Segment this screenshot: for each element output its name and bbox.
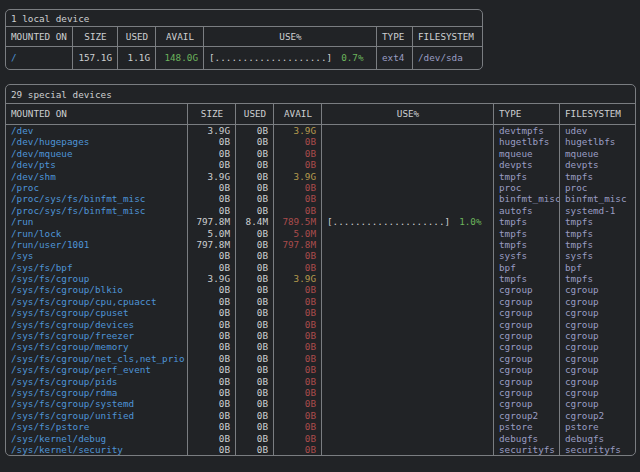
- mount-cell: /sys/fs/cgroup/memory: [6, 341, 188, 352]
- usage-cell: [322, 228, 494, 239]
- used-cell: 0B: [236, 421, 274, 432]
- mount-cell: /sys/fs/cgroup/devices: [6, 319, 188, 330]
- filesystem-cell: proc: [560, 182, 635, 193]
- size-cell: 3.9G: [188, 273, 236, 284]
- size-cell: 0B: [188, 376, 236, 387]
- mount-cell: /sys/kernel/security: [6, 444, 188, 455]
- size-cell: 0B: [188, 364, 236, 375]
- size-cell: 0B: [188, 387, 236, 398]
- filesystem-cell: devpts: [560, 159, 635, 170]
- filesystem-cell: cgroup: [560, 364, 635, 375]
- avail-cell: 0B: [274, 398, 322, 409]
- local-table-title: 1 local device: [6, 10, 482, 27]
- filesystem-cell: bpf: [560, 262, 635, 273]
- size-cell: 797.8M: [188, 239, 236, 250]
- mount-cell: /sys/fs/cgroup/pids: [6, 376, 188, 387]
- size-cell: 0B: [188, 205, 236, 216]
- avail-cell: 0B: [274, 353, 322, 364]
- device-row: / 157.1G 1.1G 148.0G [..................…: [6, 47, 482, 69]
- mount-cell: /dev/shm: [6, 171, 188, 182]
- mount-cell: /dev/mqueue: [6, 148, 188, 159]
- device-row: /sys/fs/cgroup/freezer 0B 0B 0B cgroup c…: [6, 330, 635, 341]
- local-devices-table: 1 local device MOUNTED ON SIZE USED AVAI…: [5, 9, 483, 70]
- size-cell: 0B: [188, 330, 236, 341]
- avail-cell: 0B: [274, 148, 322, 159]
- header-size: SIZE: [188, 104, 236, 124]
- usage-cell: [322, 433, 494, 444]
- device-row: /dev 3.9G 0B 3.9G devtmpfs udev: [6, 125, 635, 136]
- usage-percent: 0.7%: [341, 47, 363, 69]
- size-cell: 0B: [188, 421, 236, 432]
- type-cell: tmpfs: [494, 273, 560, 284]
- used-cell: 0B: [236, 376, 274, 387]
- usage-cell: [....................]1.0%: [322, 216, 494, 227]
- avail-cell: 0B: [274, 319, 322, 330]
- header-mounted-on: MOUNTED ON: [6, 104, 188, 124]
- avail-cell: 0B: [274, 433, 322, 444]
- device-row: /dev/mqueue 0B 0B 0B mqueue mqueue: [6, 148, 635, 159]
- filesystem-cell: tmpfs: [560, 228, 635, 239]
- filesystem-cell: sysfs: [560, 250, 635, 261]
- usage-cell: [322, 148, 494, 159]
- used-cell: 0B: [236, 307, 274, 318]
- filesystem-cell: systemd-1: [560, 205, 635, 216]
- used-cell: 0B: [236, 387, 274, 398]
- header-avail: AVAIL: [274, 104, 322, 124]
- device-row: /sys/fs/cgroup/blkio 0B 0B 0B cgroup cgr…: [6, 284, 635, 295]
- filesystem-cell: tmpfs: [560, 273, 635, 284]
- device-row: /run/user/1001 797.8M 0B 797.8M tmpfs tm…: [6, 239, 635, 250]
- size-cell: 0B: [188, 296, 236, 307]
- usage-cell: [322, 353, 494, 364]
- used-cell: 0B: [236, 433, 274, 444]
- used-cell: 8.4M: [236, 216, 274, 227]
- device-row: /sys/fs/cgroup/net_cls,net_prio 0B 0B 0B…: [6, 353, 635, 364]
- filesystem-cell: cgroup: [560, 341, 635, 352]
- mount-cell: /sys/fs/cgroup/perf_event: [6, 364, 188, 375]
- filesystem-cell: cgroup: [560, 319, 635, 330]
- avail-cell: 0B: [274, 250, 322, 261]
- device-row: /sys/fs/cgroup 3.9G 0B 3.9G tmpfs tmpfs: [6, 273, 635, 284]
- avail-cell: 0B: [274, 262, 322, 273]
- filesystem-cell: debugfs: [560, 433, 635, 444]
- size-cell: 0B: [188, 136, 236, 147]
- avail-cell: 0B: [274, 421, 322, 432]
- used-cell: 0B: [236, 273, 274, 284]
- used-cell: 0B: [236, 398, 274, 409]
- usage-cell: [322, 364, 494, 375]
- avail-cell: 0B: [274, 387, 322, 398]
- device-row: /dev/pts 0B 0B 0B devpts devpts: [6, 159, 635, 170]
- used-cell: 0B: [236, 262, 274, 273]
- filesystem-cell: pstore: [560, 421, 635, 432]
- device-row: /sys/fs/cgroup/systemd 0B 0B 0B cgroup c…: [6, 398, 635, 409]
- usage-cell: [322, 296, 494, 307]
- size-cell: 3.9G: [188, 125, 236, 136]
- size-cell: 157.1G: [73, 47, 118, 69]
- mount-cell: /sys/fs/cgroup/unified: [6, 410, 188, 421]
- filesystem-cell: cgroup: [560, 330, 635, 341]
- usage-cell: [322, 444, 494, 455]
- used-cell: 0B: [236, 228, 274, 239]
- used-cell: 0B: [236, 193, 274, 204]
- size-cell: 3.9G: [188, 171, 236, 182]
- used-cell: 0B: [236, 410, 274, 421]
- mount-cell: /proc/sys/fs/binfmt_misc: [6, 193, 188, 204]
- header-avail: AVAIL: [156, 27, 204, 46]
- used-cell: 0B: [236, 148, 274, 159]
- device-row: /sys/fs/cgroup/rdma 0B 0B 0B cgroup cgro…: [6, 387, 635, 398]
- type-cell: cgroup: [494, 353, 560, 364]
- filesystem-cell: cgroup: [560, 284, 635, 295]
- mount-cell: /dev: [6, 125, 188, 136]
- avail-cell: 148.0G: [156, 47, 204, 69]
- avail-cell: 5.0M: [274, 228, 322, 239]
- type-cell: devpts: [494, 159, 560, 170]
- size-cell: 797.8M: [188, 216, 236, 227]
- mount-cell: /run/user/1001: [6, 239, 188, 250]
- device-row: /sys/fs/cgroup/cpu,cpuacct 0B 0B 0B cgro…: [6, 296, 635, 307]
- special-table-rows: /dev 3.9G 0B 3.9G devtmpfs udev /dev/hug…: [6, 125, 635, 455]
- mount-cell: /sys: [6, 250, 188, 261]
- mount-cell: /sys/fs/cgroup/blkio: [6, 284, 188, 295]
- filesystem-cell: cgroup: [560, 376, 635, 387]
- type-cell: hugetlbfs: [494, 136, 560, 147]
- usage-cell: [322, 159, 494, 170]
- usage-cell: [322, 250, 494, 261]
